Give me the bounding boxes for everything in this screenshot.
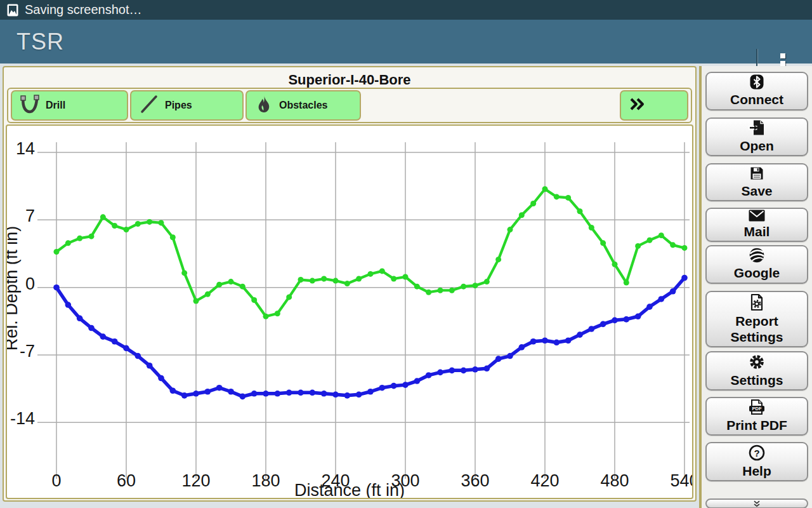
question-circle-icon: ?: [749, 444, 765, 464]
status-text: Saving screenshot…: [25, 3, 142, 17]
chart-svg: 0601201802403003604204805401470-7-14Dist…: [7, 126, 692, 498]
google-button-label: Google: [734, 265, 780, 281]
svg-text:420: 420: [530, 471, 559, 490]
report-gear-icon: [749, 293, 765, 314]
drill-button-label: Drill: [46, 100, 65, 111]
drill-button[interactable]: Drill: [11, 90, 128, 121]
page-title: Superior-I-40-Bore: [4, 72, 695, 88]
floppy-save-icon: [749, 166, 764, 184]
svg-text:360: 360: [461, 471, 489, 490]
svg-text:0: 0: [51, 471, 61, 490]
bluetooth-icon: [750, 74, 764, 92]
report-settings-button[interactable]: Report Settings: [705, 291, 808, 347]
pipes-button[interactable]: Pipes: [130, 90, 244, 121]
toolbar: Drill Pipes Obstacles: [7, 88, 692, 123]
scroll-more-button[interactable]: [705, 498, 808, 508]
svg-text:60: 60: [117, 471, 136, 490]
more-tools-button[interactable]: [620, 90, 688, 121]
status-bar: Saving screenshot…: [0, 0, 812, 20]
app-title: TSR: [16, 29, 64, 55]
svg-text:540: 540: [670, 471, 692, 490]
app-bar: TSR: [0, 20, 812, 64]
drill-path-icon: [20, 94, 39, 117]
connect-button-label: Connect: [730, 92, 783, 108]
help-button[interactable]: ? Help: [705, 442, 808, 481]
obstacles-button-label: Obstacles: [279, 100, 327, 111]
envelope-icon: [749, 210, 765, 224]
obstacles-button[interactable]: Obstacles: [246, 90, 361, 121]
google-button[interactable]: Google: [705, 245, 808, 284]
report-card: Superior-I-40-Bore Drill Pipes: [3, 66, 697, 502]
connect-button[interactable]: Connect: [705, 72, 808, 110]
svg-text:-7: -7: [20, 342, 35, 361]
settings-button[interactable]: Settings: [705, 351, 808, 391]
google-earth-icon: [749, 248, 764, 265]
open-button-label: Open: [740, 138, 774, 154]
print-pdf-button[interactable]: PDF Print PDF: [705, 397, 808, 436]
bore-profile-chart[interactable]: 0601201802403003604204805401470-7-14Dist…: [6, 124, 693, 499]
pipe-icon: [140, 94, 159, 117]
svg-text:Distance (ft in): Distance (ft in): [294, 481, 405, 498]
svg-text:14: 14: [16, 139, 35, 158]
report-settings-label: Report Settings: [719, 314, 795, 345]
save-button[interactable]: Save: [705, 163, 808, 201]
sidebar: Connect Open Save: [699, 66, 812, 508]
double-chevron-right-icon: [629, 97, 646, 114]
double-chevron-down-icon: [753, 500, 761, 507]
open-button[interactable]: Open: [705, 117, 808, 156]
pdf-file-icon: PDF: [749, 399, 765, 418]
print-pdf-label: Print PDF: [726, 418, 787, 434]
mail-button-label: Mail: [744, 224, 770, 240]
svg-text:0: 0: [25, 274, 35, 293]
help-button-label: Help: [742, 464, 771, 479]
svg-text:-14: -14: [10, 409, 35, 428]
help-icon-text: ?: [754, 447, 759, 458]
screenshot-icon: [7, 4, 18, 17]
save-button-label: Save: [741, 184, 772, 199]
svg-text:480: 480: [600, 471, 629, 490]
svg-text:180: 180: [251, 471, 280, 490]
svg-text:7: 7: [25, 206, 35, 225]
svg-text:120: 120: [181, 471, 210, 490]
svg-text:Rel. Depth (ft in): Rel. Depth (ft in): [7, 226, 21, 351]
settings-button-label: Settings: [731, 373, 783, 389]
mail-button[interactable]: Mail: [705, 208, 808, 242]
gear-icon: [749, 354, 765, 373]
pipes-button-label: Pipes: [165, 100, 192, 111]
pdf-icon-text: PDF: [752, 406, 762, 411]
open-file-icon: [749, 119, 765, 138]
flame-icon: [255, 94, 273, 117]
